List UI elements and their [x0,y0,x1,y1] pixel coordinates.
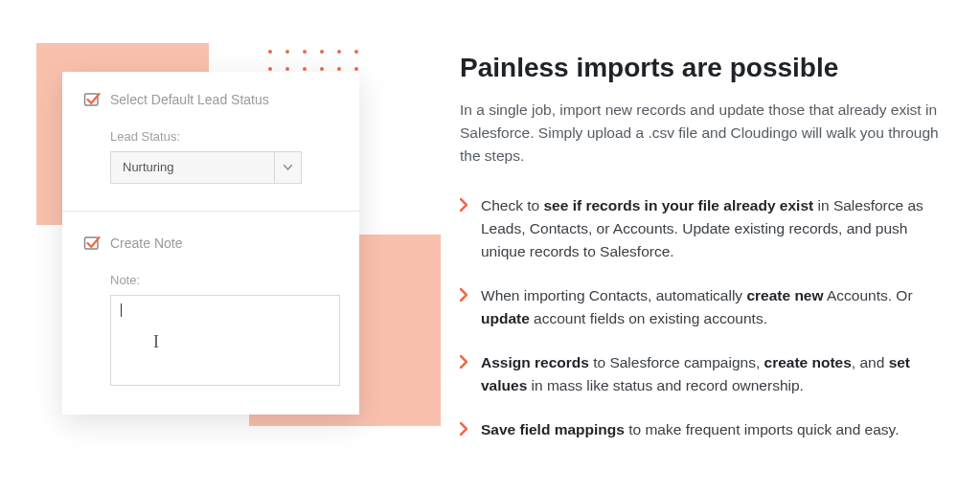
bullet-item: When importing Contacts, automatically c… [460,284,942,330]
section-heading: Painless imports are possible [460,53,942,83]
chevron-right-icon [460,355,467,369]
caret-down-icon [274,152,301,183]
form-card: Select Default Lead Status Lead Status: … [62,72,359,415]
lead-status-select[interactable]: Nurturing [110,151,302,184]
note-textarea[interactable]: I [110,295,340,386]
chevron-right-icon [460,198,467,212]
field-label: Note: [110,273,338,287]
section-title: Create Note [110,235,182,251]
checkbox-checked-icon[interactable] [83,235,101,252]
select-value: Nurturing [111,152,274,183]
text-cursor-icon: I [153,332,159,352]
bullet-item: Save field mappings to make frequent imp… [460,418,942,441]
chevron-right-icon [460,422,467,436]
section-title: Select Default Lead Status [110,92,269,107]
intro-paragraph: In a single job, import new records and … [460,99,942,168]
divider [62,211,359,212]
text-caret [121,303,122,317]
chevron-right-icon [460,288,467,302]
bullet-item: Check to see if records in your file alr… [460,194,942,263]
bullet-item: Assign records to Salesforce campaigns, … [460,351,942,397]
field-label: Lead Status: [110,129,338,144]
checkbox-checked-icon[interactable] [83,91,101,108]
